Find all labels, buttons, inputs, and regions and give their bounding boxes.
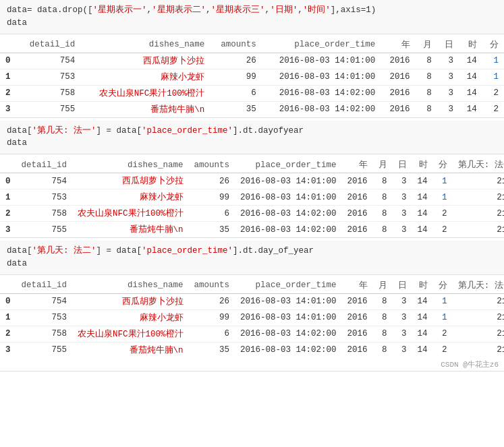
col-header-daynum-1: 第几天: 法一 bbox=[453, 157, 504, 173]
cell-dishes-name: 西瓜胡萝卜沙拉 bbox=[72, 173, 189, 189]
cell-detail-id: 758 bbox=[16, 206, 73, 222]
cell-daynum1: 216 bbox=[453, 342, 504, 358]
cell-dishes-name: 麻辣小龙虾 bbox=[80, 69, 210, 85]
cell-month: 8 bbox=[416, 53, 437, 69]
col-header-index-2 bbox=[0, 157, 16, 173]
cell-detail-id: 754 bbox=[18, 53, 80, 69]
cell-amounts: 99 bbox=[210, 69, 261, 85]
cell-place-order-time: 2016-08-03 14:01:00 bbox=[262, 53, 381, 69]
col-header-min-3: 分 bbox=[433, 278, 453, 294]
code-block-1: data= data.drop(['星期表示一','星期表示二','星期表示三'… bbox=[0, 0, 504, 34]
cell-month: 8 bbox=[416, 101, 437, 117]
cell-place-order-time: 2016-08-03 14:02:00 bbox=[262, 101, 381, 117]
cell-year: 2016 bbox=[381, 85, 415, 101]
cell-year: 2016 bbox=[342, 309, 373, 326]
cell-place-order-time: 2016-08-03 14:02:00 bbox=[262, 85, 381, 101]
col-header-day-2: 日 bbox=[393, 157, 412, 173]
cell-daynum1: 216 bbox=[453, 293, 504, 309]
cell-hour: 14 bbox=[412, 189, 433, 206]
cell-min: 1 bbox=[482, 69, 504, 85]
table-section-2: detail_id dishes_name amounts place_orde… bbox=[0, 154, 504, 238]
cell-year: 2016 bbox=[381, 101, 415, 117]
col-header-month-2: 月 bbox=[373, 157, 393, 173]
data-table-2: detail_id dishes_name amounts place_orde… bbox=[0, 157, 504, 237]
cell-amounts: 6 bbox=[189, 206, 235, 222]
cell-hour: 14 bbox=[459, 101, 482, 117]
code-block-3: data['第几天: 法二'] = data['place_order_time… bbox=[0, 241, 504, 275]
cell-day: 3 bbox=[393, 309, 412, 326]
cell-amounts: 35 bbox=[189, 222, 235, 238]
cell-amounts: 35 bbox=[210, 101, 261, 117]
cell-detail-id: 755 bbox=[16, 342, 73, 358]
col-header-amounts-3: amounts bbox=[189, 278, 235, 294]
cell-year: 2016 bbox=[342, 342, 373, 358]
cell-amounts: 35 bbox=[189, 342, 235, 358]
row-index: 1 bbox=[0, 69, 18, 85]
cell-place-order-time: 2016-08-03 14:02:00 bbox=[235, 326, 342, 342]
cell-min: 2 bbox=[482, 85, 504, 101]
cell-min: 2 bbox=[433, 342, 453, 358]
cell-dishes-name: 西瓜胡萝卜沙拉 bbox=[80, 53, 210, 69]
cell-month: 8 bbox=[373, 293, 393, 309]
table-row: 1 753 麻辣小龙虾 99 2016-08-03 14:01:00 2016 … bbox=[0, 189, 504, 206]
cell-place-order-time: 2016-08-03 14:01:00 bbox=[235, 173, 342, 189]
row-index: 2 bbox=[0, 326, 16, 342]
cell-month: 8 bbox=[373, 222, 393, 238]
code-line-3: data['第几天: 法一'] = data['place_order_time… bbox=[7, 126, 304, 136]
cell-year: 2016 bbox=[342, 189, 373, 206]
cell-month: 8 bbox=[373, 309, 393, 326]
row-index: 0 bbox=[0, 293, 16, 309]
col-header-month-3: 月 bbox=[373, 278, 393, 294]
cell-day: 3 bbox=[437, 69, 459, 85]
col-header-detail-id-3: detail_id bbox=[16, 278, 73, 294]
col-header-amounts-1: amounts bbox=[210, 37, 261, 53]
cell-dishes-name: 农夫山泉NFC果汁100%橙汁 bbox=[80, 85, 210, 101]
table-section-3: detail_id dishes_name amounts place_orde… bbox=[0, 275, 504, 371]
cell-min: 2 bbox=[433, 222, 453, 238]
table-section-1: detail_id dishes_name amounts place_orde… bbox=[0, 34, 504, 118]
table-row: 0 754 西瓜胡萝卜沙拉 26 2016-08-03 14:01:00 201… bbox=[0, 53, 504, 69]
col-header-year-1: 年 bbox=[381, 37, 415, 53]
cell-hour: 14 bbox=[459, 69, 482, 85]
cell-year: 2016 bbox=[381, 53, 415, 69]
cell-detail-id: 754 bbox=[16, 173, 73, 189]
cell-dishes-name: 番茄炖牛腩\n bbox=[80, 101, 210, 117]
cell-day: 3 bbox=[393, 173, 412, 189]
col-header-place-order-time-2: place_order_time bbox=[235, 157, 342, 173]
table-row: 1 753 麻辣小龙虾 99 2016-08-03 14:01:00 2016 … bbox=[0, 309, 504, 326]
col-header-hour-3: 时 bbox=[412, 278, 433, 294]
cell-daynum1: 216 bbox=[453, 173, 504, 189]
cell-year: 2016 bbox=[342, 326, 373, 342]
row-index: 3 bbox=[0, 222, 16, 238]
table-row: 0 754 西瓜胡萝卜沙拉 26 2016-08-03 14:01:00 201… bbox=[0, 173, 504, 189]
cell-month: 8 bbox=[373, 342, 393, 358]
code-line-4: data bbox=[7, 138, 27, 148]
cell-place-order-time: 2016-08-03 14:02:00 bbox=[235, 342, 342, 358]
cell-month: 8 bbox=[416, 69, 437, 85]
cell-daynum1: 216 bbox=[453, 206, 504, 222]
code-block-2: data['第几天: 法一'] = data['place_order_time… bbox=[0, 121, 504, 155]
cell-month: 8 bbox=[373, 189, 393, 206]
col-header-dishes-name-1: dishes_name bbox=[80, 37, 210, 53]
row-index: 3 bbox=[0, 342, 16, 358]
cell-detail-id: 755 bbox=[16, 222, 73, 238]
cell-detail-id: 753 bbox=[16, 189, 73, 206]
cell-dishes-name: 麻辣小龙虾 bbox=[72, 309, 189, 326]
col-header-detail-id-1: detail_id bbox=[18, 37, 80, 53]
cell-hour: 14 bbox=[412, 309, 433, 326]
cell-hour: 14 bbox=[412, 342, 433, 358]
col-header-hour-2: 时 bbox=[412, 157, 433, 173]
cell-dishes-name: 农夫山泉NFC果汁100%橙汁 bbox=[72, 326, 189, 342]
cell-detail-id: 754 bbox=[16, 293, 73, 309]
col-header-year-3: 年 bbox=[342, 278, 373, 294]
cell-place-order-time: 2016-08-03 14:02:00 bbox=[235, 222, 342, 238]
cell-amounts: 99 bbox=[189, 309, 235, 326]
cell-hour: 14 bbox=[412, 206, 433, 222]
col-header-index-1 bbox=[0, 37, 18, 53]
cell-place-order-time: 2016-08-03 14:02:00 bbox=[235, 206, 342, 222]
col-header-place-order-time-3: place_order_time bbox=[235, 278, 342, 294]
cell-month: 8 bbox=[416, 85, 437, 101]
cell-year: 2016 bbox=[342, 173, 373, 189]
cell-month: 8 bbox=[373, 173, 393, 189]
cell-daynum1: 216 bbox=[453, 326, 504, 342]
